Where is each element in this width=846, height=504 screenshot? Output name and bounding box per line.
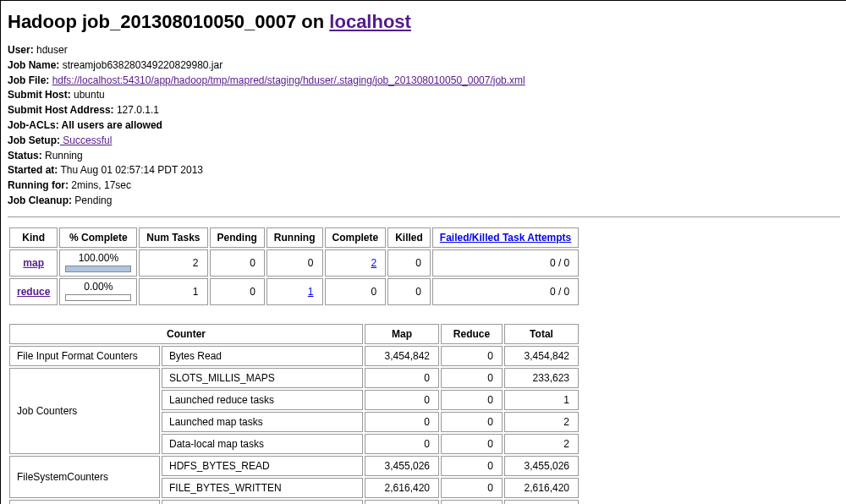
- progress-bar-fill: [66, 266, 130, 271]
- jobfile-label: Job File:: [8, 74, 49, 86]
- jobsetup-label: Job Setup:: [8, 134, 60, 146]
- counter-reduce-cell: 0: [441, 412, 503, 432]
- numtasks-cell: 1: [139, 278, 207, 305]
- kind-link-map[interactable]: map: [23, 257, 44, 269]
- counter-name-cell: Bytes Read: [162, 346, 363, 366]
- col-running: Running: [266, 227, 323, 248]
- user-value: hduser: [34, 44, 68, 56]
- counter-reduce-cell: 0: [441, 346, 503, 366]
- status-value: Running: [42, 150, 83, 162]
- counter-reduce-cell: 0: [441, 478, 503, 498]
- pct-cell: 100.00%: [59, 249, 137, 277]
- progress-table: Kind % Complete Num Tasks Pending Runnin…: [8, 226, 580, 307]
- counter-name-cell: Map output materialized bytes: [162, 500, 363, 504]
- counter-map-cell: 0: [365, 434, 439, 454]
- counter-map-cell: 2,570,834: [365, 500, 439, 504]
- submithost-label: Submit Host:: [8, 89, 71, 101]
- counter-reduce-cell: 0: [441, 390, 503, 410]
- col-kind: Kind: [9, 227, 58, 248]
- col-reduce: Reduce: [441, 324, 503, 344]
- title-prefix: Hadoop: [8, 11, 82, 32]
- counter-group-cell: [9, 500, 160, 504]
- submithost-value: ubuntu: [71, 89, 105, 101]
- running-link[interactable]: 1: [308, 286, 314, 298]
- killed-cell: 0: [387, 278, 431, 305]
- counter-map-cell: 0: [365, 412, 439, 432]
- counter-total-cell: 3,455,026: [504, 456, 579, 476]
- runningfor-label: Running for:: [8, 179, 69, 191]
- counter-total-cell: 2: [504, 412, 579, 432]
- complete-cell: 2: [325, 249, 387, 277]
- pct-text: 0.00%: [65, 281, 131, 293]
- col-failed: Failed/Killed Task Attempts: [432, 227, 579, 248]
- counter-name-cell: FILE_BYTES_WRITTEN: [162, 478, 363, 498]
- killed-cell: 0: [387, 249, 431, 277]
- counter-total-cell: 2,570,834: [504, 500, 579, 504]
- startedat-label: Started at:: [8, 164, 58, 176]
- kind-cell: map: [9, 249, 58, 277]
- counter-reduce-cell: 0: [441, 456, 503, 476]
- counter-header-row: Counter Map Reduce Total: [9, 324, 579, 344]
- pending-cell: 0: [210, 249, 265, 277]
- counter-name-cell: Data-local map tasks: [162, 434, 363, 454]
- pct-text: 100.00%: [65, 252, 131, 264]
- col-num: Num Tasks: [139, 227, 207, 248]
- counter-total-cell: 2,616,420: [504, 478, 579, 498]
- kind-link-reduce[interactable]: reduce: [17, 286, 50, 298]
- col-map: Map: [365, 324, 439, 344]
- counter-row: Map output materialized bytes2,570,83402…: [9, 500, 579, 504]
- col-pct: % Complete: [59, 227, 137, 248]
- jobcleanup-value: Pending: [72, 194, 112, 206]
- divider: [8, 216, 840, 217]
- failed-cell: 0 / 0: [432, 249, 579, 277]
- counter-name-cell: Launched map tasks: [162, 412, 363, 432]
- jobsetup-link[interactable]: Successful: [60, 134, 112, 146]
- counter-reduce-cell: 0: [441, 368, 503, 388]
- jobfile-link[interactable]: hdfs://localhost:54310/app/hadoop/tmp/ma…: [52, 74, 525, 86]
- progress-header-row: Kind % Complete Num Tasks Pending Runnin…: [9, 227, 579, 248]
- col-total: Total: [504, 324, 579, 344]
- counter-group-cell: File Input Format Counters: [9, 346, 160, 366]
- failed-cell: 0 / 0: [432, 278, 579, 305]
- status-label: Status:: [8, 150, 42, 162]
- counter-map-cell: 3,454,842: [365, 346, 439, 366]
- counter-map-cell: 2,616,420: [365, 478, 439, 498]
- progress-bar: [65, 266, 131, 272]
- jobacls-label: Job-ACLs: All users are allowed: [8, 119, 162, 131]
- col-failed-link[interactable]: Failed/Killed Task Attempts: [440, 232, 571, 244]
- title-middle: on: [296, 11, 329, 32]
- pct-cell: 0.00%: [59, 278, 137, 305]
- counter-total-cell: 233,623: [504, 368, 579, 388]
- submithostaddr-label: Submit Host Address:: [8, 104, 114, 116]
- jobname-value: streamjob638280349220829980.jar: [59, 59, 222, 71]
- kind-cell: reduce: [9, 278, 58, 305]
- progress-row: map100.00%200200 / 0: [9, 249, 579, 277]
- progress-row: reduce0.00%101000 / 0: [9, 278, 579, 305]
- counter-map-cell: 0: [365, 390, 439, 410]
- counter-group-cell: Job Counters: [9, 368, 160, 454]
- counter-row: File Input Format CountersBytes Read3,45…: [9, 346, 579, 366]
- counter-total-cell: 1: [504, 390, 579, 410]
- title-jobid: job_201308010050_0007: [82, 11, 296, 32]
- runningfor-value: 2mins, 17sec: [69, 179, 131, 191]
- complete-link[interactable]: 2: [371, 257, 377, 269]
- col-complete: Complete: [325, 227, 387, 248]
- col-pending: Pending: [210, 227, 265, 248]
- job-meta: User: hduser Job Name: streamjob63828034…: [8, 43, 840, 208]
- counter-name-cell: Launched reduce tasks: [162, 390, 363, 410]
- pending-cell: 0: [210, 278, 265, 305]
- counter-name-cell: SLOTS_MILLIS_MAPS: [162, 368, 363, 388]
- counter-reduce-cell: 0: [441, 500, 503, 504]
- col-killed: Killed: [387, 227, 431, 248]
- counter-reduce-cell: 0: [441, 434, 503, 454]
- jobcleanup-label: Job Cleanup:: [8, 194, 72, 206]
- running-cell: 0: [266, 249, 323, 277]
- title-host-link[interactable]: localhost: [329, 11, 411, 32]
- submithostaddr-value: 127.0.1.1: [114, 104, 159, 116]
- col-counter: Counter: [9, 324, 363, 344]
- jobname-label: Job Name:: [8, 59, 59, 71]
- numtasks-cell: 2: [139, 249, 207, 277]
- counter-row: FileSystemCountersHDFS_BYTES_READ3,455,0…: [9, 456, 579, 476]
- running-cell: 1: [266, 278, 323, 305]
- counter-group-cell: FileSystemCounters: [9, 456, 160, 498]
